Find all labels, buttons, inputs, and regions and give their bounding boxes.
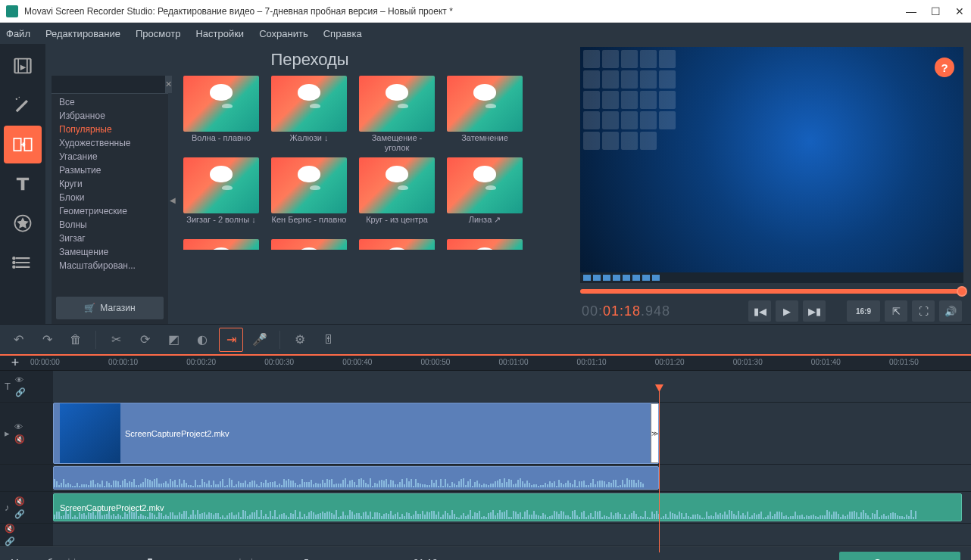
transition-thumb[interactable]: [447, 76, 523, 132]
visibility-icon[interactable]: 👁: [14, 422, 25, 431]
category-item[interactable]: Избранное: [52, 109, 168, 123]
help-button[interactable]: ?: [935, 58, 954, 77]
minimize-button[interactable]: —: [906, 6, 916, 17]
category-item[interactable]: Размытие: [52, 163, 168, 177]
save-button[interactable]: Сохранить: [839, 552, 960, 561]
tool-media[interactable]: [4, 47, 42, 85]
category-item[interactable]: Круги: [52, 177, 168, 191]
cut-button[interactable]: ✂: [104, 328, 128, 352]
transition-wizard-button[interactable]: ⇥: [219, 328, 243, 352]
transition-label: Зигзаг - 2 волны ↓: [183, 215, 259, 235]
menu-help[interactable]: Справка: [323, 28, 362, 39]
add-track-button[interactable]: +: [0, 356, 30, 370]
playhead[interactable]: [659, 386, 660, 552]
category-item[interactable]: Угасание: [52, 150, 168, 163]
audio-clip[interactable]: ScreenCaptureProject2.mkv: [53, 493, 962, 521]
track-content-video[interactable]: ScreenCaptureProject2.mkv ≫: [53, 403, 971, 464]
transition-thumb[interactable]: [359, 239, 435, 250]
next-button[interactable]: ▶▮: [803, 300, 826, 322]
trim-handle[interactable]: ≫: [651, 403, 659, 463]
transition-thumb[interactable]: [271, 157, 347, 213]
delete-button[interactable]: 🗑: [64, 328, 88, 352]
audio-properties-button[interactable]: 🎚: [317, 328, 341, 352]
preview-video[interactable]: [580, 47, 963, 283]
waveform: [54, 478, 658, 487]
maximize-button[interactable]: ☐: [930, 6, 941, 17]
mute-icon[interactable]: 🔇: [5, 524, 15, 534]
shop-button[interactable]: 🛒 Магазин: [56, 297, 164, 319]
popout-button[interactable]: ⇱: [885, 300, 907, 322]
svg-point-2: [19, 97, 20, 98]
category-item[interactable]: Масштабирован...: [52, 259, 168, 272]
transition-thumb[interactable]: [447, 239, 523, 250]
category-item[interactable]: Художественные: [52, 136, 168, 150]
duration-label: Длительность проекта: 01:19: [302, 557, 438, 560]
track-content-titles[interactable]: [53, 371, 971, 402]
collapse-handle[interactable]: ◀: [168, 177, 177, 222]
ruler-tick: 00:01:50: [889, 358, 919, 366]
search-input[interactable]: [52, 76, 165, 93]
fullscreen-button[interactable]: ⛶: [912, 300, 935, 322]
menu-edit[interactable]: Редактирование: [45, 28, 120, 39]
link-icon[interactable]: 🔗: [5, 537, 15, 546]
clip-properties-button[interactable]: ⚙: [288, 328, 312, 352]
track-content-audio-linked[interactable]: [53, 465, 971, 491]
scrub-handle[interactable]: [957, 286, 967, 297]
track-content-extra[interactable]: [53, 524, 971, 546]
tool-titles[interactable]: [4, 165, 42, 203]
category-item[interactable]: Популярные: [52, 123, 168, 136]
menu-save[interactable]: Сохранить: [259, 28, 308, 39]
category-item[interactable]: Замещение: [52, 245, 168, 259]
volume-button[interactable]: 🔊: [939, 300, 962, 322]
redo-button[interactable]: ↷: [35, 328, 59, 352]
color-button[interactable]: ◐: [190, 328, 214, 352]
undo-button[interactable]: ↶: [6, 328, 30, 352]
transition-label: Жалюзи ↓: [271, 133, 347, 153]
crop-button[interactable]: ◩: [161, 328, 186, 352]
scrub-bar[interactable]: [580, 289, 963, 294]
transition-thumb[interactable]: [271, 76, 347, 132]
ruler-tick: 00:00:20: [186, 358, 216, 366]
tool-filters[interactable]: [4, 86, 42, 124]
transition-thumb[interactable]: [183, 76, 259, 132]
mute-icon[interactable]: 🔇: [14, 434, 25, 444]
transition-thumb[interactable]: [359, 76, 435, 132]
prev-button[interactable]: ▮◀: [748, 300, 771, 322]
tool-more[interactable]: [4, 244, 42, 282]
link-icon[interactable]: 🔗: [14, 509, 25, 519]
timeline-ruler[interactable]: + 00:00:0000:00:1000:00:2000:00:3000:00:…: [0, 354, 971, 371]
video-clip[interactable]: ScreenCaptureProject2.mkv ≫: [53, 403, 659, 464]
menu-settings[interactable]: Настройки: [195, 28, 244, 39]
rotate-button[interactable]: ⟳: [133, 328, 157, 352]
preview-taskbar: [580, 272, 963, 283]
mute-icon[interactable]: 🔇: [14, 496, 25, 506]
category-item[interactable]: Геометрические: [52, 204, 168, 218]
tool-stickers[interactable]: [4, 204, 42, 242]
category-item[interactable]: Зигзаг: [52, 232, 168, 245]
transition-thumb[interactable]: [183, 157, 259, 213]
transition-thumb[interactable]: [447, 157, 523, 213]
play-button[interactable]: ▶: [776, 300, 798, 322]
tool-transitions[interactable]: [4, 126, 42, 163]
search-clear-button[interactable]: ✕: [165, 76, 172, 93]
track-video: ▸ 👁🔇 ScreenCaptureProject2.mkv ≫: [0, 403, 971, 465]
close-button[interactable]: ✕: [954, 6, 965, 17]
record-mic-button[interactable]: 🎤: [248, 328, 272, 352]
visibility-icon[interactable]: 👁: [15, 375, 26, 384]
transition-thumb[interactable]: [183, 239, 259, 250]
category-item[interactable]: Волны: [52, 218, 168, 232]
menu-file[interactable]: Файл: [6, 28, 30, 39]
category-item[interactable]: Все: [52, 95, 168, 109]
link-icon[interactable]: 🔗: [15, 387, 26, 397]
titles-icon: T: [5, 381, 11, 392]
window-titlebar: Movavi Screen Recorder Studio: Редактиро…: [0, 0, 971, 23]
category-item[interactable]: Блоки: [52, 191, 168, 204]
track-content-audio[interactable]: ScreenCaptureProject2.mkv: [53, 492, 971, 523]
aspect-ratio-button[interactable]: 16:9: [847, 300, 880, 322]
music-icon: ♪: [5, 502, 10, 513]
audio-clip-linked[interactable]: [53, 466, 659, 490]
transition-thumb[interactable]: [271, 239, 347, 250]
main-area: Переходы ✕ ВсеИзбранноеПопулярныеХудожес…: [0, 44, 971, 324]
transition-thumb[interactable]: [359, 157, 435, 213]
menu-view[interactable]: Просмотр: [136, 28, 180, 39]
